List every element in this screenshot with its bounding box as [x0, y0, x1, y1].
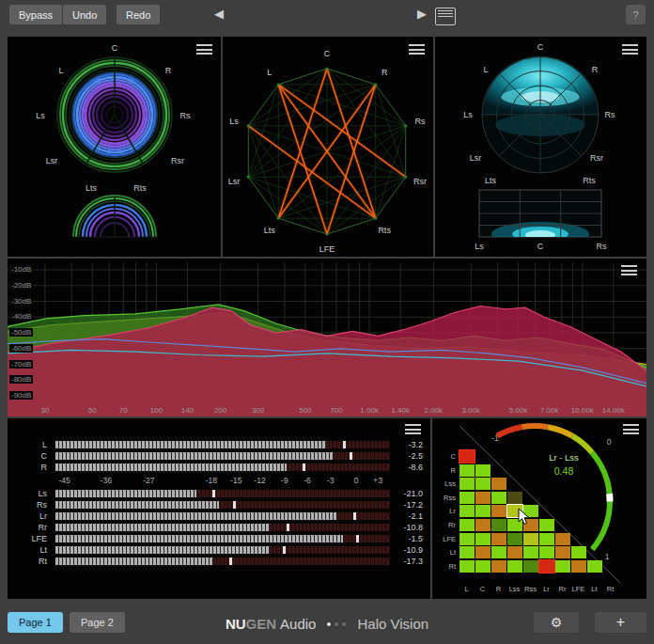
preset-list-icon[interactable] [435, 8, 456, 25]
matrix-row-label: Rss [432, 494, 456, 502]
matrix-cell[interactable] [475, 478, 490, 490]
panel-menu-icon[interactable] [196, 44, 212, 57]
help-button[interactable]: ? [626, 5, 646, 24]
brand-nu: NU [226, 616, 246, 632]
undo-button[interactable]: Undo [63, 5, 106, 24]
matrix-cell[interactable] [491, 533, 506, 545]
meter-peak [350, 452, 352, 460]
matrix-col-label: R [496, 585, 501, 593]
matrix-cell[interactable] [507, 533, 522, 545]
matrix-cell[interactable] [459, 505, 475, 517]
matrix-cell[interactable] [475, 533, 490, 545]
meter-channel-label: Lt [8, 545, 55, 555]
matrix-cell[interactable] [475, 560, 490, 573]
brand-dot [327, 622, 331, 626]
matrix-cell[interactable] [459, 519, 475, 531]
matrix-col-label: Rss [524, 585, 537, 593]
matrix-selected-pair: Lr - Lss [531, 452, 597, 463]
settings-button[interactable]: ⚙ [534, 612, 579, 633]
matrix-cell[interactable] [539, 546, 554, 558]
matrix-cell[interactable] [523, 560, 538, 573]
web-vertex-label: Rts [378, 226, 391, 235]
matrix-cell[interactable] [491, 478, 506, 490]
next-preset-icon[interactable]: ▶ [417, 6, 427, 23]
matrix-cell[interactable] [507, 492, 522, 504]
matrix-cell[interactable] [459, 533, 475, 545]
page2-button[interactable]: Page 2 [70, 612, 125, 633]
channel-label: Rsr [171, 156, 184, 165]
matrix-col-label: Lt [591, 585, 597, 593]
spectrum-graphic [8, 259, 646, 416]
meter-channel-label: Ls [8, 489, 55, 498]
axis-label: Rs [597, 242, 607, 251]
meter-peak [353, 512, 356, 520]
meter-bar-fill [55, 535, 343, 542]
channel-label: Rs [180, 111, 191, 120]
prev-preset-icon[interactable]: ◀ [214, 6, 224, 23]
meter-rows: L-3.2C-2.5R-8.6-45-36-27-18-15-12-9-6-30… [8, 418, 430, 599]
meter-value: -17.3 [390, 557, 430, 566]
channel-label: C [112, 43, 118, 53]
bypass-button[interactable]: Bypass [9, 5, 62, 24]
matrix-cell[interactable] [475, 505, 490, 517]
meter-scale-label: -12 [254, 476, 265, 485]
panel-menu-icon[interactable] [622, 44, 638, 57]
matrix-cell[interactable] [491, 560, 506, 573]
add-panel-button[interactable]: + [595, 612, 646, 633]
matrix-cell[interactable] [491, 492, 506, 504]
matrix-cell[interactable] [539, 560, 554, 573]
matrix-cell[interactable] [571, 546, 586, 558]
matrix-cell[interactable] [523, 533, 538, 545]
page1-button[interactable]: Page 1 [8, 612, 63, 633]
matrix-cell[interactable] [459, 546, 475, 558]
matrix-cell[interactable] [507, 546, 522, 558]
channel-label: L [483, 65, 488, 74]
meter-scale-label: -9 [281, 476, 288, 485]
meter-bar-fill [55, 463, 287, 471]
matrix-row-label: R [432, 466, 456, 475]
panel-menu-icon[interactable] [623, 424, 639, 437]
matrix-cell[interactable] [555, 533, 570, 545]
redo-button[interactable]: Redo [117, 5, 160, 24]
matrix-cell[interactable] [459, 478, 475, 490]
panel-menu-icon[interactable] [621, 265, 637, 278]
matrix-cell[interactable] [491, 519, 506, 531]
matrix-cell[interactable] [475, 546, 490, 558]
spectrum-analyzer-panel: -10dB-20dB-30dB-40dB-50dB-60dB-70dB-80dB… [8, 259, 646, 416]
matrix-cell[interactable] [539, 533, 554, 545]
matrix-row-label: LFE [432, 535, 456, 543]
channel-label: Rts [583, 176, 596, 185]
meter-channel-label: Rt [8, 557, 55, 566]
matrix-cell[interactable] [459, 560, 475, 573]
meter-peak [283, 546, 286, 554]
matrix-cell[interactable] [491, 505, 506, 517]
matrix-cell[interactable] [539, 519, 554, 531]
meter-row: Lr-2.1 [8, 510, 430, 522]
meter-scale-label: -27 [143, 476, 154, 485]
brand-dot [342, 622, 346, 626]
level-meters-panel: L-3.2C-2.5R-8.6-45-36-27-18-15-12-9-6-30… [8, 418, 430, 599]
meter-value: -1.5 [390, 534, 430, 543]
matrix-cell[interactable] [555, 560, 570, 573]
meter-scale-label: -18 [206, 476, 217, 485]
matrix-cell[interactable] [459, 464, 475, 477]
matrix-cell[interactable] [459, 492, 475, 504]
matrix-cell[interactable] [475, 492, 490, 504]
meter-bar [55, 441, 390, 448]
matrix-cell[interactable] [475, 464, 490, 477]
matrix-cell[interactable] [507, 560, 522, 573]
matrix-cell[interactable] [459, 450, 475, 463]
channel-label: Ls [463, 110, 473, 119]
meter-row: C-2.5 [8, 450, 430, 462]
web-vertex-label: Lts [264, 226, 276, 235]
meter-peak [212, 490, 215, 497]
panel-menu-icon[interactable] [405, 424, 421, 437]
matrix-cell[interactable] [491, 546, 506, 558]
matrix-cell[interactable] [523, 546, 538, 558]
panel-menu-icon[interactable] [409, 44, 425, 57]
matrix-cell[interactable] [571, 560, 586, 573]
matrix-cell[interactable] [475, 519, 490, 531]
meter-peak [229, 558, 232, 565]
matrix-cell[interactable] [587, 560, 602, 573]
matrix-cell[interactable] [555, 546, 570, 558]
